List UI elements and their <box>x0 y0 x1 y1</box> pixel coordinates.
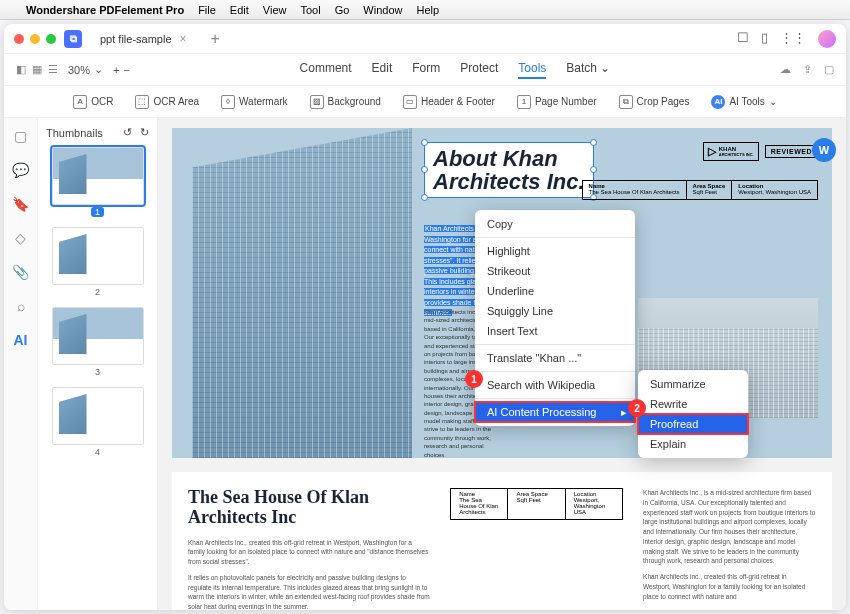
rotate-right-icon[interactable]: ↻ <box>140 126 149 139</box>
user-avatar[interactable] <box>818 30 836 48</box>
background-icon: ▨ <box>310 95 324 109</box>
ocr-icon: A <box>73 95 87 109</box>
watermark-button[interactable]: ◊Watermark <box>221 95 288 109</box>
tools-toolbar: AOCR ⬚OCR Area ◊Watermark ▨Background ▭H… <box>4 86 846 118</box>
word-export-badge[interactable]: W <box>812 138 836 162</box>
list-view-icon[interactable]: ☰ <box>48 63 58 76</box>
ctx-insert-text[interactable]: Insert Text <box>475 321 635 341</box>
selected-text-box[interactable]: About KhanArchitects Inc. <box>424 142 594 198</box>
ocr-area-button[interactable]: ⬚OCR Area <box>135 95 199 109</box>
chevron-down-icon[interactable]: ⌄ <box>94 63 103 76</box>
menu-go[interactable]: Go <box>335 4 350 16</box>
ai-submenu: Summarize Rewrite Proofread Explain <box>638 370 748 458</box>
menu-tool[interactable]: Tool <box>300 4 320 16</box>
share-icon[interactable]: ⇪ <box>803 63 812 76</box>
thumbnails-rail-icon[interactable]: ▢ <box>14 128 27 144</box>
menu-view[interactable]: View <box>263 4 287 16</box>
new-tab-button[interactable]: + <box>211 30 220 48</box>
thumbnail-3[interactable]: 3 <box>46 307 149 377</box>
ctx-squiggly[interactable]: Squiggly Line <box>475 301 635 321</box>
ocr-button[interactable]: AOCR <box>73 95 113 109</box>
callout-1: 1 <box>465 370 483 388</box>
comments-rail-icon[interactable]: 💬 <box>12 162 29 178</box>
page-number-button[interactable]: 1Page Number <box>517 95 597 109</box>
page-2: The Sea House Of Klan Architects Inc Kha… <box>172 472 832 610</box>
ctx-strikeout[interactable]: Strikeout <box>475 261 635 281</box>
bookmarks-rail-icon[interactable]: 🔖 <box>12 196 29 212</box>
app-name[interactable]: Wondershare PDFelement Pro <box>26 4 184 16</box>
submenu-rewrite[interactable]: Rewrite <box>638 394 748 414</box>
background-button[interactable]: ▨Background <box>310 95 381 109</box>
info-table-2: NameThe Sea House Of Klan Architects Are… <box>450 488 623 520</box>
page2-right-text: Khan Architects inc., is a mid-sized arc… <box>643 488 816 566</box>
thumbnails-panel: Thumbnails ↺ ↻ 1 2 3 4 <box>38 118 158 610</box>
crop-icon: ⧉ <box>619 95 633 109</box>
tools-icon[interactable]: ⋮⋮ <box>780 30 806 48</box>
callout-2: 2 <box>628 399 646 417</box>
info-table: NameThe Sea House Of Klan Architects Are… <box>582 180 818 200</box>
menu-file[interactable]: File <box>198 4 216 16</box>
page-number-icon: 1 <box>517 95 531 109</box>
ctx-search-wikipedia[interactable]: Search with Wikipedia <box>475 375 635 395</box>
tab-tools[interactable]: Tools <box>518 61 546 79</box>
panel-icon[interactable]: ▢ <box>824 63 834 76</box>
tab-form[interactable]: Form <box>412 61 440 79</box>
submenu-explain[interactable]: Explain <box>638 434 748 454</box>
context-menu: Copy Highlight Strikeout Underline Squig… <box>475 210 635 426</box>
ctx-translate[interactable]: Translate "Khan ..." <box>475 348 635 368</box>
title-line2: Architects Inc. <box>433 169 585 194</box>
submenu-proofread[interactable]: Proofread <box>638 414 748 434</box>
app-window: ⧉ ppt file-sample × + ☐ ▯ ⋮⋮ ◧ ▦ ☰ 30% ⌄… <box>4 24 846 610</box>
building-image <box>192 128 412 458</box>
search-rail-icon[interactable]: ⌕ <box>17 298 25 314</box>
attachments-rail-icon[interactable]: 📎 <box>12 264 29 280</box>
macos-menubar: Wondershare PDFelement Pro File Edit Vie… <box>0 0 850 20</box>
tab-close-icon[interactable]: × <box>180 32 187 46</box>
layers-rail-icon[interactable]: ◇ <box>15 230 26 246</box>
chevron-right-icon: ▸ <box>621 406 627 419</box>
company-logo: ▷KHANARCHITECTS INC. <box>703 142 759 161</box>
zoom-out-button[interactable]: − <box>123 64 129 76</box>
app-icon: ⧉ <box>64 30 82 48</box>
window-minimize-button[interactable] <box>30 34 40 44</box>
thumbnail-1[interactable]: 1 <box>46 147 149 217</box>
ctx-ai-content-processing[interactable]: AI Content Processing▸ <box>475 402 635 422</box>
page2-p1: Khan Architects inc., created this off-g… <box>188 538 430 567</box>
cloud-icon[interactable]: ☁ <box>780 63 791 76</box>
menu-window[interactable]: Window <box>363 4 402 16</box>
ctx-copy[interactable]: Copy <box>475 214 635 234</box>
grid-view-icon[interactable]: ▦ <box>32 63 42 76</box>
tab-comment[interactable]: Comment <box>300 61 352 79</box>
ai-tools-button[interactable]: AIAI Tools ⌄ <box>711 95 776 109</box>
left-rail: ▢ 💬 🔖 ◇ 📎 ⌕ AI <box>4 118 38 610</box>
page2-p2: It relies on photovoltaic panels for ele… <box>188 573 430 610</box>
title-line1: About Khan <box>433 146 558 171</box>
sidebar-toggle-icon[interactable]: ◧ <box>16 63 26 76</box>
page2-right-text2: Khan Architects inc., created this off-g… <box>643 572 816 601</box>
submenu-summarize[interactable]: Summarize <box>638 374 748 394</box>
device-icon[interactable]: ▯ <box>761 30 768 48</box>
tab-batch[interactable]: Batch ⌄ <box>566 61 610 79</box>
notifications-icon[interactable]: ☐ <box>737 30 749 48</box>
ctx-highlight[interactable]: Highlight <box>475 241 635 261</box>
tab-edit[interactable]: Edit <box>372 61 393 79</box>
tab-title: ppt file-sample <box>100 33 172 45</box>
thumbnail-4[interactable]: 4 <box>46 387 149 457</box>
menu-edit[interactable]: Edit <box>230 4 249 16</box>
header-footer-icon: ▭ <box>403 95 417 109</box>
page2-title: The Sea House Of Klan Architects Inc <box>188 488 430 528</box>
window-maximize-button[interactable] <box>46 34 56 44</box>
menu-help[interactable]: Help <box>416 4 439 16</box>
zoom-control[interactable]: 30% ⌄ + − <box>68 63 130 76</box>
window-close-button[interactable] <box>14 34 24 44</box>
rotate-left-icon[interactable]: ↺ <box>123 126 132 139</box>
ai-rail-icon[interactable]: AI <box>14 332 28 348</box>
tab-protect[interactable]: Protect <box>460 61 498 79</box>
header-footer-button[interactable]: ▭Header & Footer <box>403 95 495 109</box>
thumbnail-2[interactable]: 2 <box>46 227 149 297</box>
ctx-underline[interactable]: Underline <box>475 281 635 301</box>
document-tab[interactable]: ppt file-sample × <box>90 28 197 50</box>
crop-pages-button[interactable]: ⧉Crop Pages <box>619 95 690 109</box>
titlebar: ⧉ ppt file-sample × + ☐ ▯ ⋮⋮ <box>4 24 846 54</box>
zoom-in-button[interactable]: + <box>113 64 119 76</box>
